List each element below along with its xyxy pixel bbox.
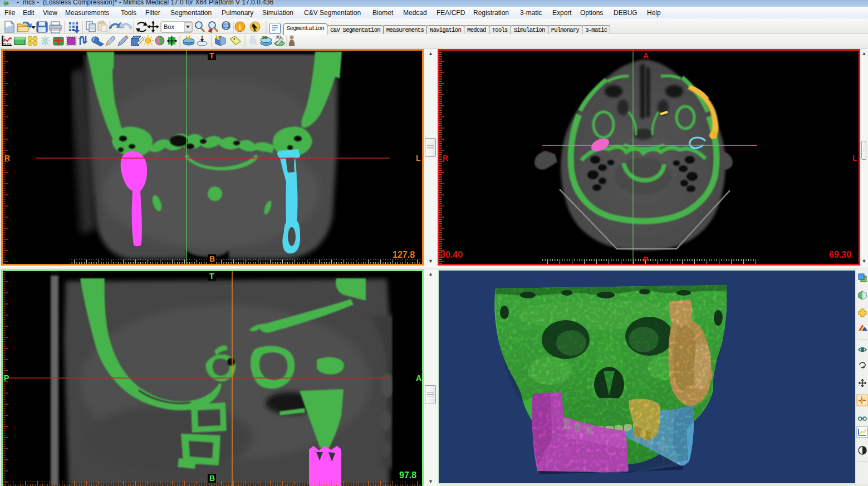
svg-text:69.30: 69.30	[829, 250, 851, 259]
svg-text:T: T	[209, 272, 214, 281]
svg-text:97.8: 97.8	[399, 470, 416, 480]
svg-text:127.8: 127.8	[393, 250, 415, 259]
svg-text:i: i	[239, 23, 241, 31]
svg-text:3D: 3D	[262, 35, 267, 40]
svg-text:Box: Box	[164, 23, 174, 30]
svg-text:P: P	[643, 255, 648, 264]
svg-text:B: B	[209, 254, 215, 263]
svg-text:T: T	[209, 51, 214, 60]
svg-text:3D: 3D	[276, 35, 281, 40]
svg-text:P: P	[4, 374, 9, 382]
svg-text:B: B	[209, 474, 215, 483]
svg-text:L: L	[852, 154, 857, 163]
svg-text:30.40: 30.40	[440, 250, 463, 259]
svg-text:R: R	[4, 154, 10, 163]
svg-text:A: A	[416, 374, 421, 382]
svg-text:A: A	[643, 51, 649, 60]
svg-text:L: L	[416, 154, 421, 163]
svg-text:R: R	[443, 154, 448, 163]
